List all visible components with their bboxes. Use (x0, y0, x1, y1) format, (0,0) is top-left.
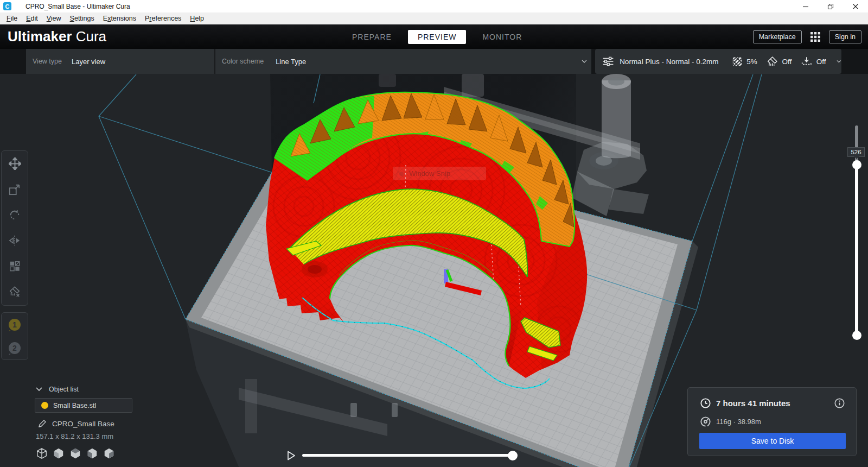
tab-monitor[interactable]: MONITOR (476, 30, 528, 44)
support-blocker-tool[interactable] (2, 279, 28, 304)
infill-icon (732, 56, 742, 67)
menu-help[interactable]: Help (186, 14, 208, 23)
signin-button[interactable]: Sign in (829, 30, 861, 43)
object-list-item[interactable]: Small Base.stl (35, 398, 132, 413)
object-color-dot (41, 402, 48, 409)
scale-tool[interactable] (2, 176, 28, 202)
object-file-name: Small Base.stl (53, 402, 96, 409)
move-tool[interactable] (2, 151, 28, 176)
extruder-1-button[interactable]: 1 (2, 313, 28, 336)
model-dimensions: 157.1 x 81.2 x 131.3 mm (36, 432, 113, 440)
print-settings-sliders-icon (602, 55, 614, 67)
titlebar: C CPRO_Small Base - Ultimaker Cura (0, 0, 868, 12)
chevron-down-icon (36, 387, 42, 392)
per-model-settings-tool[interactable] (2, 253, 28, 279)
layer-slider-handle-top[interactable] (852, 160, 861, 169)
restore-icon (827, 3, 834, 10)
view-toolbar: View type Layer view Color scheme Line T… (0, 49, 868, 74)
view-type-label: View type (33, 58, 62, 65)
extruder-2-button[interactable]: 2 (2, 336, 28, 359)
view-type-value: Layer view (72, 58, 105, 66)
extruder-toolbar: 1 2 (1, 312, 28, 360)
print-settings-panel[interactable]: Normal Plus - Normal - 0.2mm 5% Off Off (595, 49, 841, 74)
move-icon (9, 157, 21, 170)
snip-camera-icon (399, 172, 404, 176)
pencil-icon (38, 419, 47, 428)
view-left-icon[interactable] (86, 447, 98, 459)
per-model-settings-icon (9, 260, 21, 272)
mirror-icon (9, 235, 21, 247)
menu-preferences[interactable]: Preferences (141, 14, 186, 23)
profile-summary: Normal Plus - Normal - 0.2mm (620, 58, 718, 66)
play-icon (285, 450, 297, 462)
color-scheme-value: Line Type (276, 58, 306, 66)
window-snip-ghost: Window Snip (393, 167, 486, 180)
cura-window: C CPRO_Small Base - Ultimaker Cura File … (0, 0, 868, 467)
layer-slider-handle-bottom[interactable] (852, 331, 861, 340)
menu-file[interactable]: File (2, 14, 22, 23)
simulation-slider-track[interactable] (302, 454, 514, 457)
left-toolbar (1, 150, 28, 306)
simulation-slider-handle[interactable] (508, 451, 518, 460)
menu-view[interactable]: View (42, 14, 66, 23)
cura-logo: Ultimaker Cura (8, 28, 106, 45)
info-icon (834, 398, 845, 408)
adhesion-icon (801, 55, 812, 67)
scale-icon (9, 184, 21, 195)
color-scheme-label: Color scheme (222, 58, 264, 65)
support-blocker-icon (9, 286, 21, 298)
window-title: CPRO_Small Base - Ultimaker Cura (25, 3, 130, 10)
job-name: CPRO_Small Base (52, 420, 114, 428)
rotate-tool[interactable] (2, 202, 28, 228)
tab-preview[interactable]: PREVIEW (408, 30, 467, 44)
view-front-icon[interactable] (53, 447, 65, 459)
view-type-dropdown[interactable]: View type Layer view (26, 49, 215, 74)
extruder-1-icon: 1 (8, 318, 22, 332)
svg-text:1: 1 (12, 320, 17, 329)
tab-prepare[interactable]: PREPARE (346, 30, 398, 44)
camera-view-buttons (36, 447, 115, 459)
object-list-title: Object list (49, 386, 79, 393)
simulation-play-button[interactable] (285, 450, 297, 462)
info-button[interactable] (834, 398, 845, 411)
app-header: Ultimaker Cura PREPARE PREVIEW MONITOR M… (0, 24, 868, 49)
object-list-header[interactable]: Object list (36, 386, 79, 393)
adhesion-value: Off (816, 58, 826, 66)
menubar: File Edit View Settings Extensions Prefe… (0, 12, 868, 24)
marketplace-button[interactable]: Marketplace (753, 30, 802, 43)
save-to-disk-button[interactable]: Save to Disk (699, 433, 846, 449)
menu-edit[interactable]: Edit (22, 14, 42, 23)
menu-settings[interactable]: Settings (66, 14, 99, 23)
minimize-button[interactable] (793, 0, 818, 12)
rotate-icon (9, 209, 21, 221)
clock-icon (700, 398, 711, 408)
view-3d-icon[interactable] (36, 447, 48, 459)
svg-text:2: 2 (12, 344, 17, 352)
menu-extensions[interactable]: Extensions (99, 14, 141, 23)
layer-value-label: 526 (847, 147, 865, 157)
maximize-button[interactable] (818, 0, 843, 12)
view-top-icon[interactable] (69, 447, 81, 459)
job-name-row[interactable]: CPRO_Small Base (38, 419, 114, 428)
chevron-down-icon (582, 60, 587, 63)
layer-slider-track[interactable] (855, 165, 858, 335)
grid-apps-icon[interactable] (809, 31, 821, 43)
close-icon (852, 3, 859, 10)
chevron-down-icon (837, 60, 841, 63)
support-icon (767, 55, 778, 67)
color-scheme-dropdown[interactable]: Color scheme Line Type (215, 49, 591, 74)
mirror-tool[interactable] (2, 228, 28, 253)
print-summary-panel: 7 hours 41 minutes 116g · 38.98m Save to… (687, 387, 857, 456)
support-value: Off (782, 58, 792, 66)
material-estimate: 116g · 38.98m (716, 418, 761, 426)
stage-tabs: PREPARE PREVIEW MONITOR (341, 24, 533, 49)
print-time-estimate: 7 hours 41 minutes (716, 399, 790, 408)
minimize-icon (802, 3, 809, 10)
extruder-2-icon: 2 (8, 341, 22, 355)
cura-logo-icon: C (3, 2, 11, 10)
infill-value: 5% (746, 58, 757, 66)
close-button[interactable] (843, 0, 868, 12)
material-spool-icon (700, 416, 711, 427)
view-right-icon[interactable] (103, 447, 115, 459)
